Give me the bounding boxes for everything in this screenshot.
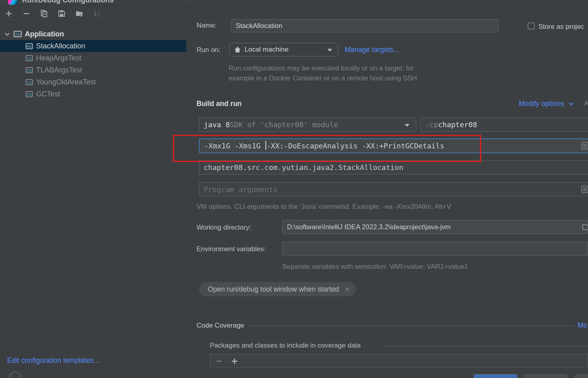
name-label: Name: <box>197 22 217 30</box>
application-icon <box>26 55 33 61</box>
sidebar-divider <box>186 5 187 368</box>
new-folder-icon[interactable] <box>75 10 83 18</box>
environment-variables-hint: Separate variables with semicolon: VAR=v… <box>282 263 468 271</box>
application-icon <box>26 91 33 97</box>
sidebar-item-gctest[interactable]: GCTest <box>0 88 186 100</box>
build-and-run-heading: Build and run <box>197 100 242 108</box>
section-divider <box>381 346 588 346</box>
working-directory-value: D:\software\IntelliJ IDEA 2022.3.2\ideap… <box>287 223 451 231</box>
sidebar-item-label: TLABArgsTest <box>36 66 82 74</box>
store-as-project-checkbox[interactable] <box>528 22 535 30</box>
application-type-icon <box>14 31 22 37</box>
chevron-down-icon <box>327 49 332 52</box>
svg-text:a: a <box>98 10 100 14</box>
main-class-field[interactable]: chapter08.src.com.yutian.java2.StackAllo… <box>199 160 588 174</box>
name-input[interactable]: StackAllocation <box>231 19 499 32</box>
remove-icon[interactable] <box>22 10 30 18</box>
coverage-packages-panel <box>210 354 588 368</box>
sidebar-item-label: GCTest <box>36 90 60 98</box>
close-icon[interactable]: ✕ <box>345 286 350 293</box>
expand-field-icon[interactable] <box>581 142 588 150</box>
run-on-value: Local machine <box>245 46 289 54</box>
program-arguments-input[interactable]: Program arguments <box>199 182 588 196</box>
chip-label: Open run/debug tool window when started <box>208 285 339 294</box>
working-directory-input[interactable]: D:\software\IntelliJ IDEA 2022.3.2\ideap… <box>282 220 588 234</box>
store-as-project-label: Store as projec <box>538 23 584 31</box>
tertiary-button[interactable] <box>575 374 588 378</box>
home-icon <box>234 46 241 53</box>
title-bar: Run/Debug Configurations <box>0 0 588 5</box>
run-on-help-line1: Run configurations may be executed local… <box>229 64 414 72</box>
vm-options-input[interactable]: -Xmx1G -Xms1G -XX:-DoEscapeAnalysis -XX:… <box>199 138 588 153</box>
text-caret <box>265 141 266 150</box>
modify-options-shortcut: A <box>584 100 588 108</box>
chevron-down-icon <box>405 124 409 127</box>
sidebar-item-stackallocation[interactable]: StackAllocation <box>0 40 186 52</box>
code-coverage-heading: Code Coverage <box>197 322 244 330</box>
jre-dropdown[interactable]: java 8 SDK of 'chapter08' module <box>199 118 416 132</box>
run-on-label: Run on: <box>197 46 221 54</box>
sidebar-toolbar: a z <box>0 5 186 22</box>
svg-text:z: z <box>98 14 100 18</box>
classpath-flag: -cp <box>425 120 438 129</box>
expand-field-icon[interactable] <box>581 186 588 193</box>
coverage-modify-link[interactable]: Mo <box>578 321 587 330</box>
primary-button[interactable] <box>474 374 517 378</box>
chevron-down-icon <box>568 102 574 106</box>
main-class-value: chapter08.src.com.yutian.java2.StackAllo… <box>204 163 403 172</box>
modify-options-link[interactable]: Modify options <box>519 100 574 108</box>
group-label: Application <box>25 30 64 38</box>
vm-options-after-caret: -XX:-DoEscapeAnalysis -XX:+PrintGCDetail… <box>267 142 444 150</box>
working-directory-label: Working directory: <box>197 224 251 232</box>
jre-description: SDK of 'chapter08' module <box>230 120 338 129</box>
secondary-button[interactable] <box>524 374 567 378</box>
application-icon <box>26 67 33 73</box>
environment-variables-input[interactable] <box>282 242 588 256</box>
vm-options-hint: VM options. CLI arguments to the ‘Java’ … <box>197 203 451 211</box>
sidebar-item-heapargstest[interactable]: HeapArgsTest <box>0 52 186 64</box>
sidebar-item-label: HeapArgsTest <box>36 54 81 62</box>
sidebar-group-application[interactable]: Application <box>0 28 186 40</box>
edit-configuration-templates-link[interactable]: Edit configuration templates... <box>7 356 100 365</box>
sidebar-item-label: YoungOldAreaTest <box>36 78 96 86</box>
program-arguments-placeholder: Program arguments <box>204 185 277 194</box>
intellij-logo-icon <box>8 0 18 5</box>
classpath-field[interactable]: -cp chapter08 <box>420 118 588 132</box>
browse-folder-icon[interactable] <box>582 223 588 230</box>
sidebar-item-label: StackAllocation <box>36 42 85 50</box>
open-run-tool-window-chip[interactable]: Open run/debug tool window when started … <box>199 282 356 296</box>
jre-value: java 8 <box>204 120 230 129</box>
run-debug-configurations-dialog: Run/Debug Configurations <box>0 0 588 378</box>
remove-pattern-icon[interactable] <box>216 358 222 364</box>
copy-icon[interactable] <box>40 10 48 18</box>
add-pattern-icon[interactable] <box>231 358 238 365</box>
environment-variables-label: Environment variables: <box>197 245 266 253</box>
application-icon <box>26 79 33 85</box>
sort-alphabetically-icon[interactable]: a z <box>93 10 101 18</box>
window-title: Run/Debug Configurations <box>22 0 114 4</box>
section-divider <box>248 326 575 326</box>
application-icon <box>26 43 33 49</box>
add-icon[interactable] <box>5 10 13 18</box>
save-icon[interactable] <box>58 10 66 18</box>
chevron-down-icon[interactable] <box>4 31 10 37</box>
modify-options-label: Modify options <box>519 100 564 108</box>
coverage-packages-heading: Packages and classes to include in cover… <box>210 342 361 350</box>
sidebar-item-youngoldareatest[interactable]: YoungOldAreaTest <box>0 76 186 88</box>
run-on-dropdown[interactable]: Local machine <box>229 43 338 56</box>
run-on-help-line2: example in a Docker Container or on a re… <box>229 74 419 82</box>
manage-targets-link[interactable]: Manage targets... <box>345 46 399 54</box>
configurations-sidebar: a z Application StackAllocation HeapArgs… <box>0 5 186 368</box>
classpath-value: chapter08 <box>438 120 478 129</box>
name-value: StackAllocation <box>236 22 282 30</box>
vm-options-before-caret: -Xmx1G -Xms1G <box>204 142 265 150</box>
sidebar-item-tlabargstest[interactable]: TLABArgsTest <box>0 64 186 76</box>
